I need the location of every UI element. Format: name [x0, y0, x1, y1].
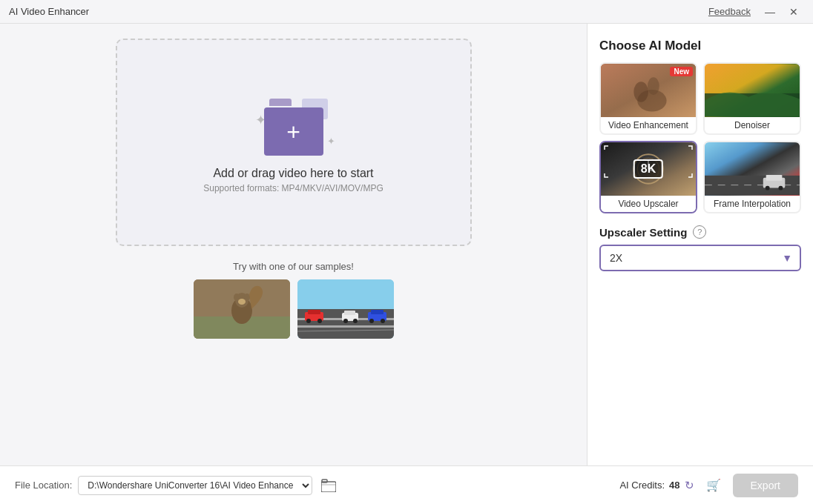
folder-plus-icon: + [286, 120, 300, 144]
samples-section: Try with one of our samples! [116, 261, 472, 339]
help-icon[interactable]: ? [693, 225, 706, 239]
model-card-image-enhancement: New [601, 64, 696, 117]
file-location-select[interactable]: D:\Wondershare UniConverter 16\AI Video … [78, 476, 312, 495]
close-button[interactable]: ✕ [783, 1, 804, 22]
file-location-label: File Location: [15, 480, 72, 491]
title-bar: AI Video Enhancer Feedback — ✕ [0, 0, 813, 24]
main-content: ✦ + ✦ Add or drag video here to start Su… [0, 24, 813, 465]
samples-row [116, 279, 472, 339]
model-card-label-upscaler: Video Upscaler [601, 196, 696, 212]
svg-rect-41 [766, 175, 783, 181]
svg-rect-45 [322, 480, 327, 483]
model-card-label-denoiser: Denoiser [705, 117, 800, 133]
feedback-link[interactable]: Feedback [708, 6, 751, 17]
title-bar-right: Feedback — ✕ [708, 1, 804, 22]
svg-point-29 [648, 77, 659, 95]
setting-title: Upscaler Setting [599, 226, 687, 239]
svg-point-18 [343, 319, 348, 323]
cart-icon[interactable]: 🛒 [706, 478, 721, 492]
sparkle-right-icon: ✦ [327, 136, 335, 147]
export-button[interactable]: Export [733, 474, 798, 497]
svg-point-15 [317, 319, 322, 323]
8k-badge: 8K [633, 159, 663, 179]
model-card-frame-interpolation[interactable]: Frame Interpolation [703, 141, 801, 213]
interpolation-svg [705, 142, 800, 196]
sample-squirrel-thumb[interactable] [194, 279, 290, 339]
expand-tl-icon [604, 145, 616, 157]
sample-traffic-svg [297, 279, 394, 339]
svg-rect-38 [705, 176, 800, 196]
folder-icon-container: ✦ + ✦ [249, 91, 338, 158]
drop-secondary-text: Supported formats: MP4/MKV/AVI/MOV/MPG [203, 183, 384, 193]
drop-primary-text: Add or drag video here to start [213, 167, 373, 180]
svg-point-28 [633, 82, 648, 102]
model-grid: New Video Enhancement [599, 62, 801, 213]
bottom-bar: File Location: D:\Wondershare UniConvert… [0, 465, 813, 504]
svg-rect-7 [194, 279, 290, 339]
svg-point-22 [369, 319, 374, 323]
expand-tr-icon [681, 145, 693, 157]
svg-rect-13 [308, 310, 320, 314]
model-card-denoiser[interactable]: Denoiser [703, 62, 801, 135]
upscaler-select[interactable]: 2X 4X 8X [599, 245, 801, 271]
model-card-video-upscaler[interactable]: 8K Video Upscaler [599, 141, 697, 213]
expand-bl-icon [604, 166, 616, 178]
file-location-row: File Location: D:\Wondershare UniConvert… [15, 475, 339, 496]
model-card-video-enhancement[interactable]: New Video Enhancement [599, 62, 697, 135]
svg-point-42 [766, 186, 770, 190]
svg-rect-44 [321, 482, 336, 492]
setting-row: Upscaler Setting ? [599, 225, 801, 239]
denoiser-svg [705, 64, 800, 117]
sample-traffic-thumb[interactable] [297, 279, 394, 339]
ai-credits: AI Credits: 48 ↻ [619, 479, 694, 492]
ai-credits-label: AI Credits: [619, 480, 665, 491]
select-wrapper: 2X 4X 8X ▼ [599, 245, 801, 271]
svg-point-43 [778, 186, 783, 190]
refresh-icon[interactable]: ↻ [685, 479, 694, 492]
minimize-button[interactable]: — [760, 1, 780, 22]
ai-credits-count: 48 [669, 480, 679, 491]
svg-rect-21 [371, 310, 384, 314]
model-card-label-enhancement: Video Enhancement [601, 117, 696, 133]
ai-model-section-title: Choose AI Model [599, 39, 801, 53]
title-bar-left: AI Video Enhancer [9, 6, 89, 17]
bottom-right: AI Credits: 48 ↻ 🛒 Export [619, 474, 798, 497]
upscaler-setting-section: Upscaler Setting ? 2X 4X 8X ▼ [599, 225, 801, 271]
svg-rect-17 [344, 311, 355, 315]
left-panel: ✦ + ✦ Add or drag video here to start Su… [0, 24, 587, 465]
folder-open-button[interactable] [318, 475, 339, 496]
expand-br-icon [681, 166, 693, 178]
model-card-image-upscaler: 8K [601, 142, 696, 196]
svg-rect-11 [297, 325, 394, 328]
drop-zone[interactable]: ✦ + ✦ Add or drag video here to start Su… [116, 39, 472, 246]
model-card-label-interpolation: Frame Interpolation [705, 196, 800, 212]
svg-point-23 [381, 319, 385, 323]
right-panel: Choose AI Model [587, 24, 813, 465]
app-title: AI Video Enhancer [9, 6, 89, 17]
folder-main-icon: + [264, 107, 323, 156]
svg-point-19 [353, 319, 358, 323]
svg-point-14 [306, 319, 311, 323]
new-badge: New [670, 67, 693, 76]
folder-open-icon [321, 479, 336, 492]
sample-squirrel-svg [194, 279, 290, 339]
model-card-image-denoiser [705, 64, 800, 117]
samples-label: Try with one of our samples! [116, 261, 472, 272]
folder-tab [269, 99, 292, 106]
model-card-image-interpolation [705, 142, 800, 196]
